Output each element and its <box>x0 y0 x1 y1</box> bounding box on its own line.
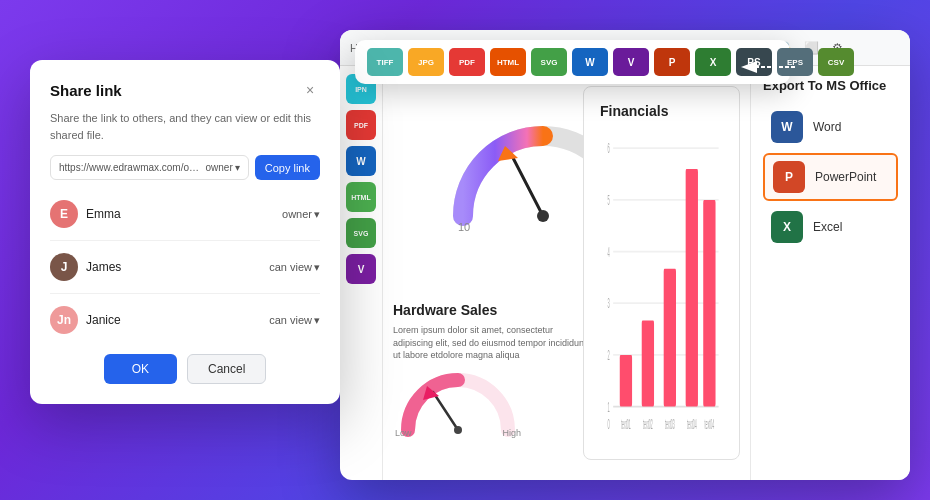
username-emma: Emma <box>86 207 121 221</box>
ppt-icon: P <box>773 161 805 193</box>
export-powerpoint[interactable]: P PowerPoint <box>763 153 898 201</box>
editor-window: Help T T ↱ ⌗ ⬡ ▢ ↔ △ 🎨 🔗 ✂ 🔍 ▭ ✏ ≡ 🔒 ⬜ ⚙… <box>340 30 910 480</box>
gauge-high: High <box>502 428 521 438</box>
svg-text:6: 6 <box>607 140 609 156</box>
svg-text:0: 0 <box>607 415 609 431</box>
svg-line-6 <box>433 392 458 430</box>
svg-text:2: 2 <box>607 346 609 362</box>
user-role-janice[interactable]: can view ▾ <box>269 314 320 327</box>
format-icon-pdf[interactable]: PDF <box>449 48 485 76</box>
dialog-description: Share the link to others, and they can v… <box>50 110 320 143</box>
format-icon-visio[interactable]: V <box>613 48 649 76</box>
format-icon-excel[interactable]: X <box>695 48 731 76</box>
svg-text:text03: text03 <box>665 417 675 432</box>
chart-panel: Financials 6 5 4 3 2 1 0 <box>583 86 740 460</box>
left-icon-w[interactable]: W <box>346 146 376 176</box>
arrow-indicator <box>740 55 800 83</box>
svg-text:3: 3 <box>607 295 609 311</box>
format-icon-ppt[interactable]: P <box>654 48 690 76</box>
export-panel: Export To MS Office W Word P PowerPoint … <box>750 66 910 480</box>
dialog-actions: OK Cancel <box>50 354 320 384</box>
svg-rect-25 <box>686 169 698 407</box>
link-row: https://www.edrawmax.com/online/fil owne… <box>50 155 320 180</box>
dialog-header: Share link × <box>50 80 320 100</box>
hardware-sales-desc: Lorem ipsum dolor sit amet, consectetur … <box>393 324 593 362</box>
format-icon-jpg[interactable]: JPG <box>408 48 444 76</box>
svg-text:text04: text04 <box>705 417 715 432</box>
format-icon-csv[interactable]: CSV <box>818 48 854 76</box>
editor-content: IPNPDFWHTMLSVGV <box>340 66 910 480</box>
hardware-sales-title: Hardware Sales <box>393 302 593 318</box>
user-role-emma[interactable]: owner ▾ <box>282 208 320 221</box>
canvas-area: 10 100 Hardware Sales Lorem ipsum dolor … <box>383 66 750 480</box>
hardware-sales-section: Hardware Sales Lorem ipsum dolor sit ame… <box>393 172 593 440</box>
gauge-low: Low <box>395 428 412 438</box>
link-input[interactable]: https://www.edrawmax.com/online/fil owne… <box>50 155 249 180</box>
user-role-james[interactable]: can view ▾ <box>269 261 320 274</box>
user-info-janice: Jn Janice <box>50 306 121 334</box>
export-excel[interactable]: X Excel <box>763 205 898 249</box>
user-row-janice: Jn Janice can view ▾ <box>50 300 320 340</box>
financials-chart: 6 5 4 3 2 1 0 <box>600 131 723 441</box>
svg-text:4: 4 <box>607 243 609 259</box>
close-button[interactable]: × <box>300 80 320 100</box>
link-url: https://www.edrawmax.com/online/fil <box>59 162 202 173</box>
excel-icon: X <box>771 211 803 243</box>
svg-text:text04: text04 <box>687 417 697 432</box>
format-icon-svg[interactable]: SVG <box>531 48 567 76</box>
svg-rect-26 <box>703 200 715 407</box>
left-icon-svg[interactable]: SVG <box>346 218 376 248</box>
user-row-james: J James can view ▾ <box>50 247 320 287</box>
username-janice: Janice <box>86 313 121 327</box>
ok-button[interactable]: OK <box>104 354 177 384</box>
word-icon: W <box>771 111 803 143</box>
format-icon-word[interactable]: W <box>572 48 608 76</box>
dialog-title: Share link <box>50 82 122 99</box>
left-icon-pdf[interactable]: PDF <box>346 110 376 140</box>
user-info-james: J James <box>50 253 121 281</box>
ppt-label: PowerPoint <box>815 170 876 184</box>
svg-rect-23 <box>642 320 654 406</box>
export-word[interactable]: W Word <box>763 105 898 149</box>
svg-text:1: 1 <box>607 398 609 414</box>
user-row-emma: E Emma owner ▾ <box>50 194 320 234</box>
svg-text:5: 5 <box>607 191 609 207</box>
left-icon-html[interactable]: HTML <box>346 182 376 212</box>
format-icon-html[interactable]: HTML <box>490 48 526 76</box>
copy-link-button[interactable]: Copy link <box>255 155 320 180</box>
format-toolbar: TIFFJPGPDFHTMLSVGWVPXPSEPSCSV <box>355 40 790 84</box>
left-icon-panel: IPNPDFWHTMLSVGV <box>340 66 383 480</box>
svg-rect-24 <box>664 269 676 407</box>
svg-rect-22 <box>620 355 632 407</box>
excel-label: Excel <box>813 220 842 234</box>
user-info-emma: E Emma <box>50 200 121 228</box>
svg-text:text02: text02 <box>643 417 653 432</box>
link-role[interactable]: owner ▾ <box>206 162 240 173</box>
avatar-emma: E <box>50 200 78 228</box>
avatar-janice: Jn <box>50 306 78 334</box>
format-icon-tiff[interactable]: TIFF <box>367 48 403 76</box>
avatar-james: J <box>50 253 78 281</box>
user-list: E Emma owner ▾ J James can view ▾ Jn Jan… <box>50 194 320 340</box>
word-label: Word <box>813 120 841 134</box>
svg-text:text01: text01 <box>621 417 631 432</box>
share-dialog: Share link × Share the link to others, a… <box>30 60 340 404</box>
username-james: James <box>86 260 121 274</box>
cancel-button[interactable]: Cancel <box>187 354 266 384</box>
left-icon-v[interactable]: V <box>346 254 376 284</box>
svg-point-7 <box>454 426 462 434</box>
chart-title: Financials <box>600 103 723 119</box>
